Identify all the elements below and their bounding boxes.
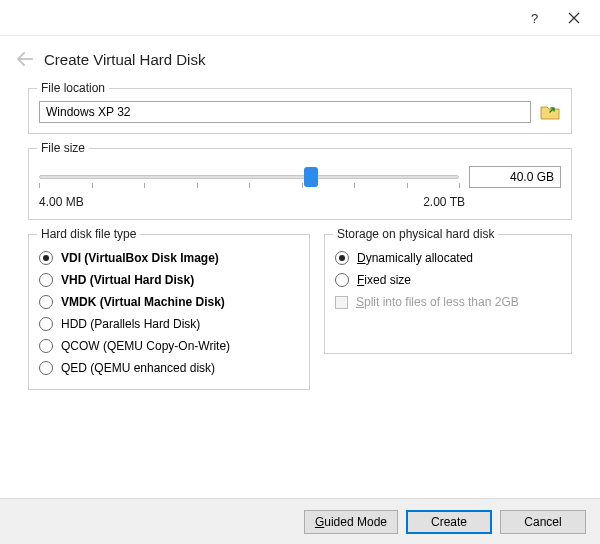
radio-label: HDD (Parallels Hard Disk) [61,317,200,331]
disk-type-radio[interactable]: VHD (Virtual Hard Disk) [39,269,299,291]
close-button[interactable] [554,4,594,32]
disk-type-group: Hard disk file type VDI (VirtualBox Disk… [28,234,310,390]
checkbox-box-icon [335,296,348,309]
radio-circle-icon [39,317,53,331]
radio-label: QCOW (QEMU Copy-On-Write) [61,339,230,353]
back-icon[interactable] [16,50,34,68]
storage-legend: Storage on physical hard disk [333,227,498,241]
cancel-button[interactable]: Cancel [500,510,586,534]
disk-type-radio[interactable]: VMDK (Virtual Machine Disk) [39,291,299,313]
file-size-legend: File size [37,141,89,155]
radio-label: VDI (VirtualBox Disk Image) [61,251,219,265]
radio-circle-icon [39,361,53,375]
radio-label: VMDK (Virtual Machine Disk) [61,295,225,309]
disk-type-radio[interactable]: HDD (Parallels Hard Disk) [39,313,299,335]
disk-type-radio[interactable]: VDI (VirtualBox Disk Image) [39,247,299,269]
radio-label: Fixed size [357,273,411,287]
split-label: Split into files of less than 2GB [356,295,519,309]
disk-type-legend: Hard disk file type [37,227,140,241]
radio-circle-icon [39,295,53,309]
file-location-group: File location [28,88,572,134]
file-size-slider[interactable] [39,165,459,189]
split-checkbox: Split into files of less than 2GB [335,291,561,313]
help-button[interactable]: ? [514,4,554,32]
slider-thumb[interactable] [304,167,318,187]
disk-type-radio[interactable]: QED (QEMU enhanced disk) [39,357,299,379]
svg-text:?: ? [531,11,538,25]
radio-circle-icon [39,339,53,353]
file-size-group: File size 4.00 MB 2.00 TB [28,148,572,220]
create-button[interactable]: Create [406,510,492,534]
size-max-label: 2.00 TB [423,195,465,209]
radio-label: QED (QEMU enhanced disk) [61,361,215,375]
disk-type-radio[interactable]: QCOW (QEMU Copy-On-Write) [39,335,299,357]
radio-circle-icon [39,273,53,287]
radio-label: Dynamically allocated [357,251,473,265]
file-size-input[interactable] [469,166,561,188]
radio-label: VHD (Virtual Hard Disk) [61,273,194,287]
radio-circle-icon [39,251,53,265]
page-title: Create Virtual Hard Disk [44,51,205,68]
size-min-label: 4.00 MB [39,195,84,209]
file-location-legend: File location [37,81,109,95]
storage-radio[interactable]: Dynamically allocated [335,247,561,269]
guided-mode-button[interactable]: Guided Mode [304,510,398,534]
storage-radio[interactable]: Fixed size [335,269,561,291]
file-location-input[interactable] [39,101,531,123]
browse-folder-icon[interactable] [539,101,561,123]
radio-circle-icon [335,273,349,287]
storage-group: Storage on physical hard disk Dynamicall… [324,234,572,354]
radio-circle-icon [335,251,349,265]
